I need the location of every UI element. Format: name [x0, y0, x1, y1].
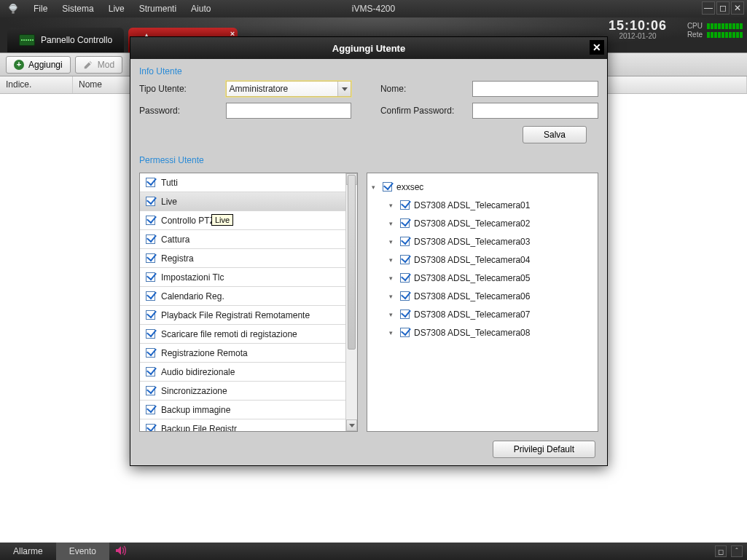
perm-item[interactable]: Impostazioni Tlc	[140, 268, 357, 287]
default-privileges-button[interactable]: Privilegi Default	[493, 441, 595, 458]
checkbox-icon[interactable]	[400, 237, 410, 246]
perm-item[interactable]: Controllo PTZLive	[140, 211, 357, 230]
checkbox-icon[interactable]	[146, 329, 155, 339]
checkbox-icon[interactable]	[146, 216, 155, 225]
perm-item[interactable]: Tutti	[140, 173, 357, 192]
sound-icon[interactable]	[115, 545, 127, 558]
expand-icon[interactable]	[388, 275, 394, 281]
save-button[interactable]: Salva	[523, 126, 587, 143]
password-input[interactable]	[226, 103, 352, 119]
bottom-tab-allarme[interactable]: Allarme	[0, 543, 56, 560]
modify-button[interactable]: Mod	[75, 56, 122, 74]
permissions-list[interactable]: TuttiLiveControllo PTZLiveCatturaRegistr…	[140, 173, 357, 431]
dialog-title-bar[interactable]: Aggiungi Utente ✕	[130, 37, 607, 59]
perm-item[interactable]: Sincronizzazione	[140, 382, 357, 401]
checkbox-icon[interactable]	[146, 253, 155, 263]
perm-item[interactable]: Calendario Reg.	[140, 287, 357, 306]
checkbox-icon[interactable]	[146, 405, 155, 414]
confirm-password-label: Confirm Password:	[380, 106, 464, 116]
checkbox-icon[interactable]	[146, 386, 155, 395]
expand-icon[interactable]: ˆ	[731, 545, 743, 557]
bottom-tab-evento[interactable]: Evento	[56, 543, 109, 560]
maximize-button[interactable]: ◻	[716, 1, 730, 15]
device-tree[interactable]: exxsecDS7308 ADSL_Telecamera01DS7308 ADS…	[367, 173, 598, 431]
confirm-password-input[interactable]	[472, 103, 598, 119]
tree-item[interactable]: DS7308 ADSL_Telecamera05	[370, 269, 595, 287]
perm-label: Playback File Registrati Remotamente	[161, 310, 310, 320]
checkbox-icon[interactable]	[146, 272, 155, 282]
tree-item[interactable]: DS7308 ADSL_Telecamera02	[370, 214, 595, 232]
checkbox-icon[interactable]	[400, 255, 410, 264]
checkbox-icon[interactable]	[146, 367, 155, 376]
expand-icon[interactable]	[388, 256, 394, 263]
scroll-down-icon[interactable]	[346, 419, 357, 431]
expand-icon[interactable]	[388, 311, 394, 318]
checkbox-icon[interactable]	[400, 328, 410, 337]
perm-item[interactable]: Cattura	[140, 230, 357, 249]
checkbox-icon[interactable]	[383, 182, 392, 192]
tab-control-panel[interactable]: Pannello Controllo	[7, 28, 124, 52]
close-button[interactable]: ✕	[731, 1, 744, 15]
cpu-label: CPU	[687, 22, 703, 31]
checkbox-icon[interactable]	[146, 424, 155, 431]
name-label: Nome:	[380, 84, 464, 94]
checkbox-icon[interactable]	[146, 348, 155, 358]
perm-item[interactable]: Scaricare file remoti di registazione	[140, 325, 357, 344]
add-user-dialog: Aggiungi Utente ✕ Info Utente Tipo Utent…	[130, 36, 608, 466]
checkbox-icon[interactable]	[400, 291, 410, 301]
tree-item[interactable]: DS7308 ADSL_Telecamera01	[370, 196, 595, 214]
checkbox-icon[interactable]	[400, 218, 410, 228]
checkbox-icon[interactable]	[146, 310, 155, 320]
tree-item[interactable]: DS7308 ADSL_Telecamera08	[370, 323, 595, 342]
name-input[interactable]	[472, 81, 598, 97]
dialog-title: Aggiungi Utente	[332, 43, 405, 54]
menu-sistema[interactable]: Sistema	[55, 4, 101, 14]
checkbox-icon[interactable]	[146, 291, 155, 301]
type-label: Tipo Utente:	[139, 84, 217, 94]
expand-icon[interactable]	[388, 220, 394, 226]
dialog-close-button[interactable]: ✕	[590, 40, 604, 55]
tree-item[interactable]: DS7308 ADSL_Telecamera04	[370, 251, 595, 269]
checkbox-icon[interactable]	[146, 234, 155, 244]
user-type-select[interactable]: Amministratore	[226, 81, 352, 97]
app-logo	[0, 0, 26, 17]
checkbox-icon[interactable]	[400, 273, 410, 283]
tree-item[interactable]: DS7308 ADSL_Telecamera03	[370, 232, 595, 251]
checkbox-icon[interactable]	[146, 178, 155, 187]
expand-icon[interactable]	[388, 202, 394, 208]
perm-item[interactable]: Backup File Registr	[140, 419, 357, 431]
perm-item[interactable]: Backup immagine	[140, 401, 357, 419]
checkbox-icon[interactable]	[400, 200, 410, 210]
menu-strumenti[interactable]: Strumenti	[132, 4, 184, 14]
popup-icon[interactable]: ◻	[715, 545, 727, 557]
perm-item[interactable]: Playback File Registrati Remotamente	[140, 306, 357, 325]
expand-icon[interactable]	[388, 329, 394, 336]
tree-root[interactable]: exxsec	[370, 178, 595, 196]
add-button[interactable]: + Aggiungi	[6, 56, 71, 74]
scrollbar[interactable]	[345, 173, 357, 431]
tree-item[interactable]: DS7308 ADSL_Telecamera06	[370, 287, 595, 305]
checkbox-icon[interactable]	[146, 197, 155, 206]
grid-icon	[19, 34, 35, 46]
svg-point-0	[9, 4, 17, 11]
menu-aiuto[interactable]: Aiuto	[184, 4, 218, 14]
clock: 15:10:06 2012-01-20	[609, 19, 667, 40]
expand-icon[interactable]	[388, 238, 394, 245]
perm-item[interactable]: Registra	[140, 249, 357, 268]
perm-item[interactable]: Audio bidirezionale	[140, 363, 357, 382]
scroll-thumb[interactable]	[348, 175, 356, 350]
net-meter	[707, 32, 743, 38]
perm-item[interactable]: Registrazione Remota	[140, 344, 357, 363]
expand-icon[interactable]	[370, 184, 377, 190]
expand-icon[interactable]	[388, 293, 394, 299]
menu-file[interactable]: File	[26, 4, 55, 14]
minimize-button[interactable]: —	[702, 1, 715, 15]
checkbox-icon[interactable]	[400, 309, 410, 319]
app-title: iVMS-4200	[352, 4, 395, 14]
perm-item[interactable]: Live	[140, 192, 357, 211]
col-index[interactable]: Indice.	[0, 76, 73, 93]
net-label: Rete	[687, 31, 703, 39]
menu-live[interactable]: Live	[101, 4, 132, 14]
permissions-panel: TuttiLiveControllo PTZLiveCatturaRegistr…	[139, 173, 358, 432]
tree-item[interactable]: DS7308 ADSL_Telecamera07	[370, 305, 595, 323]
